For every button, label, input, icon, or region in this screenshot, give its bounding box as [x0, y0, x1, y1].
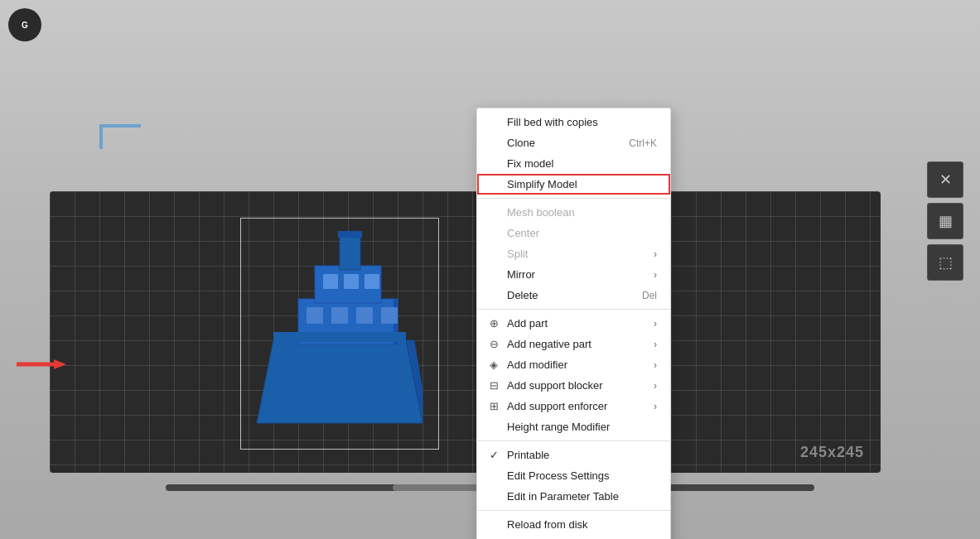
icon-add-modifier: ◈	[487, 359, 500, 371]
menu-item-fix-model[interactable]: Fix model	[477, 153, 670, 174]
menu-item-add-modifier[interactable]: ◈Add modifier›	[477, 354, 670, 375]
check-icon-printable: ✓	[487, 449, 500, 461]
context-menu: Fill bed with copiesCloneCtrl+KFix model…	[476, 108, 671, 539]
arrow-split: ›	[654, 248, 657, 260]
menu-label-fill-bed: Fill bed with copies	[507, 116, 598, 128]
svg-rect-14	[273, 332, 406, 342]
print-bed: 245x245	[50, 191, 881, 473]
shortcut-delete: Del	[625, 290, 657, 301]
blue-bracket	[99, 124, 141, 149]
icon-add-support-blocker: ⊟	[487, 379, 500, 392]
svg-rect-13	[381, 307, 398, 324]
app-logo: G	[8, 8, 41, 41]
menu-label-edit-process-settings: Edit Process Settings	[507, 469, 610, 482]
bed-container: 245x245	[50, 158, 881, 473]
menu-label-add-support-blocker: Add support blocker	[507, 379, 603, 392]
menu-item-height-range-modifier[interactable]: Height range Modifier	[477, 416, 670, 437]
svg-rect-8	[344, 274, 359, 289]
menu-label-fix-model: Fix model	[507, 157, 553, 170]
svg-rect-7	[323, 274, 338, 289]
arrow-add-support-blocker: ›	[654, 380, 657, 392]
svg-marker-0	[257, 340, 422, 423]
menu-label-reload-from-disk: Reload from disk	[507, 518, 588, 531]
menu-label-printable: Printable	[507, 449, 549, 461]
separator-sep4	[477, 510, 670, 511]
menu-item-mesh-boolean: Mesh boolean	[477, 202, 670, 223]
menu-label-mesh-boolean: Mesh boolean	[507, 206, 575, 219]
menu-item-replace-with-stl[interactable]: Replace with STL	[477, 535, 670, 539]
3d-model[interactable]	[249, 224, 431, 440]
menu-item-delete[interactable]: DeleteDel	[477, 285, 670, 306]
grid-icon-btn[interactable]: ▦	[927, 203, 963, 239]
icons-panel: ✕ ▦ ⬚	[927, 161, 963, 281]
arrow-add-support-enforcer: ›	[654, 401, 657, 412]
menu-item-add-support-blocker[interactable]: ⊟Add support blocker›	[477, 375, 670, 396]
viewport: 245x245 G	[0, 0, 980, 539]
menu-label-center: Center	[507, 227, 539, 239]
menu-label-clone: Clone	[507, 137, 535, 149]
menu-label-edit-parameter-table: Edit in Parameter Table	[507, 490, 619, 503]
menu-item-split: Split›	[477, 243, 670, 264]
menu-item-fill-bed[interactable]: Fill bed with copies	[477, 112, 670, 132]
menu-item-add-support-enforcer[interactable]: ⊞Add support enforcer›	[477, 396, 670, 416]
arrow-add-modifier: ›	[654, 359, 657, 371]
menu-label-add-modifier: Add modifier	[507, 359, 567, 371]
svg-rect-6	[338, 231, 362, 238]
svg-rect-9	[364, 274, 379, 289]
arrow-add-negative-part: ›	[654, 339, 657, 350]
separator-sep3	[477, 440, 670, 441]
icon-add-support-enforcer: ⊞	[487, 400, 500, 412]
menu-item-simplify-model[interactable]: Simplify Model	[477, 174, 670, 195]
arrow-mirror: ›	[654, 269, 657, 281]
cut-icon-btn[interactable]: ✕	[927, 161, 963, 198]
separator-sep2	[477, 309, 670, 310]
menu-label-simplify-model: Simplify Model	[507, 178, 577, 190]
svg-rect-11	[331, 307, 348, 324]
menu-item-add-negative-part[interactable]: ⊖Add negative part›	[477, 334, 670, 354]
menu-label-height-range-modifier: Height range Modifier	[507, 421, 610, 433]
bed-size-label: 245x245	[800, 444, 864, 461]
arrow-add-part: ›	[654, 318, 657, 330]
svg-rect-10	[307, 307, 323, 324]
icon-add-negative-part: ⊖	[487, 338, 500, 350]
menu-item-center: Center	[477, 223, 670, 243]
menu-label-mirror: Mirror	[507, 268, 535, 281]
bed-grid	[50, 191, 881, 473]
menu-item-reload-from-disk[interactable]: Reload from disk	[477, 514, 670, 535]
svg-rect-12	[356, 307, 373, 324]
menu-item-clone[interactable]: CloneCtrl+K	[477, 132, 670, 153]
menu-item-mirror[interactable]: Mirror›	[477, 264, 670, 285]
shortcut-clone: Ctrl+K	[612, 137, 657, 149]
menu-item-edit-parameter-table[interactable]: Edit in Parameter Table	[477, 486, 670, 507]
menu-label-split: Split	[507, 248, 528, 260]
separator-sep1	[477, 198, 670, 199]
camera-icon-btn[interactable]: ⬚	[927, 244, 963, 281]
menu-item-add-part[interactable]: ⊕Add part›	[477, 313, 670, 334]
menu-item-printable[interactable]: ✓Printable	[477, 445, 670, 465]
menu-item-edit-process-settings[interactable]: Edit Process Settings	[477, 465, 670, 486]
menu-label-delete: Delete	[507, 289, 538, 301]
menu-label-add-negative-part: Add negative part	[507, 338, 591, 350]
menu-label-add-support-enforcer: Add support enforcer	[507, 400, 607, 412]
icon-add-part: ⊕	[487, 317, 500, 330]
svg-rect-5	[340, 233, 360, 270]
menu-label-add-part: Add part	[507, 317, 548, 330]
